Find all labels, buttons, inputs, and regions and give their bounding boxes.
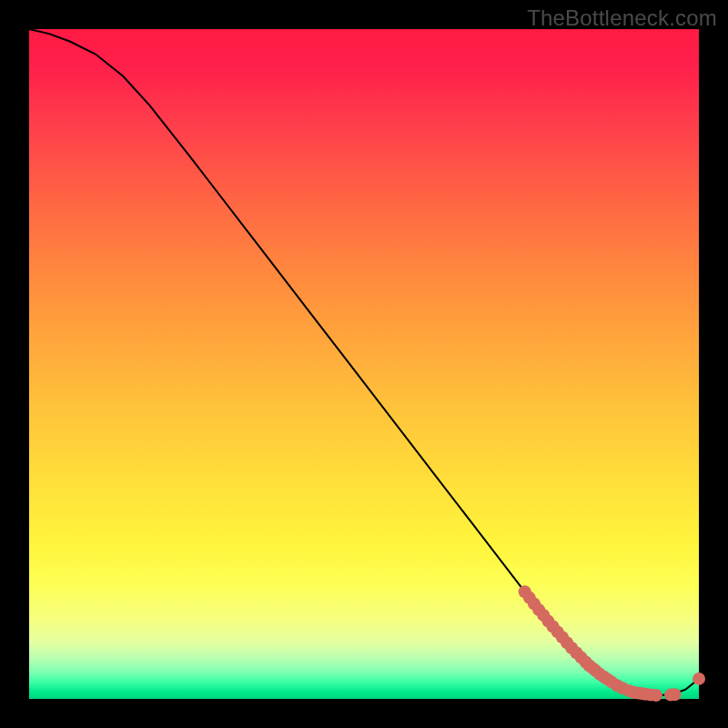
marker-point xyxy=(669,688,682,701)
markers-group xyxy=(519,585,705,702)
chart-stage: TheBottleneck.com xyxy=(0,0,728,728)
chart-svg xyxy=(29,29,699,699)
plot-area xyxy=(29,29,699,699)
watermark-text: TheBottleneck.com xyxy=(527,5,717,31)
marker-point xyxy=(650,689,662,702)
curve-line xyxy=(29,29,699,695)
marker-point xyxy=(693,672,705,685)
